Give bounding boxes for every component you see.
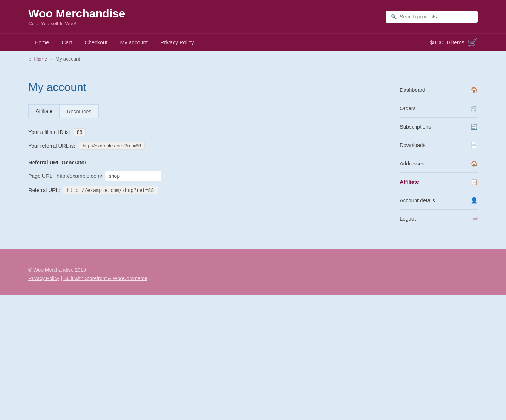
sidebar-label-addresses: Addresses — [400, 161, 425, 166]
site-branding: Woo Merchandise Color Yourself In Woo! — [28, 7, 125, 26]
cart-icon[interactable]: 🛒 — [468, 38, 478, 47]
page-url-input[interactable] — [105, 171, 161, 181]
page-url-prefix: http://example.com/ — [57, 173, 102, 179]
nav-links: Home Cart Checkout My account Privacy Po… — [28, 34, 200, 51]
affiliate-id-row: Your affiliate ID is: 88 — [28, 128, 379, 136]
orders-icon: 🛒 — [471, 105, 478, 112]
content-area: My account Affiliate Resources Your affi… — [28, 81, 379, 194]
sidebar-item-addresses[interactable]: Addresses 🏠 — [400, 154, 478, 173]
sidebar-item-dashboard[interactable]: Dashboard 🏠 — [400, 81, 478, 99]
account-details-icon: 👤 — [471, 197, 478, 204]
sidebar-item-subscriptions[interactable]: Subscriptions 🔄 — [400, 118, 478, 136]
subscriptions-icon: 🔄 — [471, 123, 478, 130]
search-input[interactable] — [400, 14, 473, 19]
downloads-icon: 📄 — [471, 142, 478, 148]
referral-url-row: Your referral URL is: http://example.com… — [28, 142, 379, 150]
sidebar-label-account-details: Account details — [400, 198, 435, 203]
sidebar-label-affiliate: Affiliate — [400, 179, 419, 185]
site-footer: © Woo Merchandise 2019 Privacy Policy | … — [0, 249, 506, 295]
nav-item-checkout[interactable]: Checkout — [78, 34, 114, 51]
referral-generator-section: Referral URL Generator Page URL: http://… — [28, 160, 379, 194]
search-icon: 🔍 — [391, 14, 397, 20]
dashboard-icon: 🏠 — [471, 86, 478, 93]
tab-resources[interactable]: Resources — [59, 104, 99, 118]
footer-separator: | — [61, 276, 64, 281]
breadcrumb-separator: › — [51, 56, 52, 62]
footer-links: Privacy Policy | Built with Storefront &… — [28, 276, 478, 281]
footer-built-link[interactable]: Built with Storefront & WooCommerce — [63, 276, 147, 281]
referral-url-label: Your referral URL is: — [28, 143, 75, 149]
sidebar-label-downloads: Downloads — [400, 142, 426, 148]
sidebar-nav: Dashboard 🏠 Orders 🛒 Subscriptions 🔄 Dow… — [400, 81, 478, 228]
nav-item-home[interactable]: Home — [28, 34, 56, 51]
breadcrumb-home-link[interactable]: Home — [34, 56, 47, 62]
home-icon: ⌂ — [28, 56, 32, 62]
sidebar-label-orders: Orders — [400, 106, 416, 111]
search-form: 🔍 — [386, 11, 478, 23]
sidebar-label-dashboard: Dashboard — [400, 87, 425, 93]
footer-period: . — [149, 276, 150, 281]
site-tagline: Color Yourself In Woo! — [28, 21, 125, 26]
affiliate-id-label: Your affiliate ID is: — [28, 129, 70, 135]
logout-icon: ➡ — [473, 215, 478, 222]
cart-items-count: 0 items — [447, 39, 464, 45]
cart-amount: $0.00 — [430, 39, 443, 45]
affiliate-id-value: 88 — [74, 128, 86, 136]
footer-copyright: © Woo Merchandise 2019 — [28, 267, 478, 273]
cart-info: $0.00 0 items 🛒 — [430, 38, 478, 47]
nav-item-privacy[interactable]: Privacy Policy — [154, 34, 200, 51]
nav-item-cart[interactable]: Cart — [56, 34, 79, 51]
sidebar-item-affiliate[interactable]: Affiliate 📋 — [400, 173, 478, 191]
site-nav: Home Cart Checkout My account Privacy Po… — [0, 33, 506, 51]
sidebar-item-downloads[interactable]: Downloads 📄 — [400, 136, 478, 154]
nav-item-myaccount[interactable]: My account — [114, 34, 154, 51]
sidebar-item-logout[interactable]: Logout ➡ — [400, 210, 478, 228]
referral-generator-title: Referral URL Generator — [28, 160, 379, 165]
footer-privacy-link[interactable]: Privacy Policy — [28, 276, 59, 281]
referral-url2-value: http://example.com/shop?ref=88 — [63, 186, 158, 194]
affiliate-tab-content: Your affiliate ID is: 88 Your referral U… — [28, 128, 379, 194]
page-url-row: Page URL: http://example.com/ — [28, 171, 379, 181]
affiliate-icon: 📋 — [471, 178, 478, 185]
page-title: My account — [28, 81, 379, 94]
referral-url2-label: Referral URL: — [28, 187, 60, 193]
sidebar-item-orders[interactable]: Orders 🛒 — [400, 99, 478, 118]
site-title[interactable]: Woo Merchandise — [28, 7, 125, 20]
sidebar-item-account-details[interactable]: Account details 👤 — [400, 191, 478, 210]
breadcrumb: ⌂ Home › My account — [0, 51, 506, 67]
addresses-icon: 🏠 — [471, 160, 478, 167]
main-content: My account Affiliate Resources Your affi… — [0, 67, 506, 249]
page-url-label: Page URL: — [28, 173, 54, 179]
sidebar-label-subscriptions: Subscriptions — [400, 124, 431, 130]
tabs: Affiliate Resources — [28, 104, 379, 118]
referral-url-value: http://example.com/?ref=88 — [79, 142, 145, 150]
sidebar-label-logout: Logout — [400, 216, 416, 222]
site-header: Woo Merchandise Color Yourself In Woo! 🔍 — [0, 0, 506, 33]
referral-url2-row: Referral URL: http://example.com/shop?re… — [28, 186, 379, 194]
breadcrumb-current: My account — [56, 56, 80, 62]
tab-affiliate[interactable]: Affiliate — [28, 104, 60, 118]
